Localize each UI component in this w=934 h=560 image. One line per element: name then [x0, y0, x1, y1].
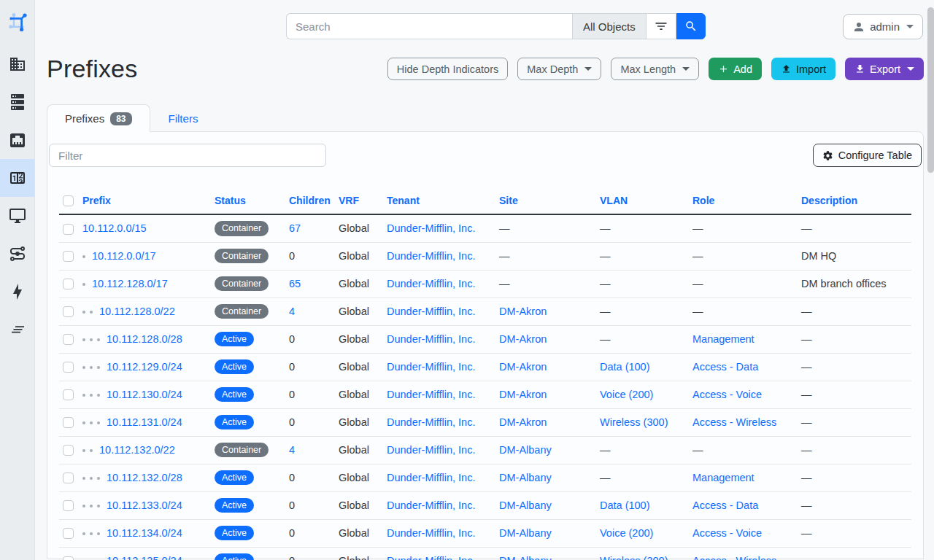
tab-filters[interactable]: Filters [150, 104, 217, 132]
role-link[interactable]: Access - Voice [692, 527, 762, 539]
role-link[interactable]: Access - Data [692, 499, 758, 511]
hide-depth-indicators-button[interactable]: Hide Depth Indicators [387, 58, 508, 80]
prefix-link[interactable]: 10.112.134.0/24 [107, 527, 182, 539]
tenant-link[interactable]: Dunder-Mifflin, Inc. [387, 222, 475, 234]
sort-link[interactable]: VLAN [600, 195, 628, 206]
tenant-link[interactable]: Dunder-Mifflin, Inc. [387, 333, 475, 345]
site-link[interactable]: DM-Albany [499, 555, 552, 560]
row-checkbox[interactable] [63, 500, 74, 511]
row-checkbox[interactable] [63, 389, 74, 400]
sidebar-item-customization[interactable] [0, 311, 34, 349]
tenant-link[interactable]: Dunder-Mifflin, Inc. [387, 555, 475, 560]
configure-table-button[interactable]: Configure Table [813, 144, 922, 167]
max-depth-dropdown[interactable]: Max Depth [517, 58, 601, 80]
site-link[interactable]: DM-Akron [499, 333, 547, 345]
children-count-link[interactable]: 65 [289, 278, 301, 289]
max-length-dropdown[interactable]: Max Length [611, 58, 699, 80]
row-checkbox[interactable] [63, 306, 74, 317]
sort-link[interactable]: Tenant [387, 195, 420, 206]
site-link[interactable]: DM-Albany [499, 472, 552, 483]
role-link[interactable]: Access - Data [692, 361, 758, 373]
vlan-link[interactable]: Wireless (300) [600, 416, 668, 428]
tenant-link[interactable]: Dunder-Mifflin, Inc. [387, 444, 475, 456]
prefix-link[interactable]: 10.112.130.0/24 [107, 389, 182, 400]
site-link[interactable]: DM-Albany [499, 527, 552, 539]
sidebar-item-circuits[interactable] [0, 235, 34, 273]
prefix-link[interactable]: 10.112.131.0/24 [107, 416, 182, 428]
children-count-link[interactable]: 4 [289, 306, 295, 317]
site-link[interactable]: DM-Akron [499, 416, 547, 428]
prefix-link[interactable]: 10.112.135.0/24 [107, 555, 182, 560]
children-count-link[interactable]: 4 [289, 444, 295, 456]
sidebar-item-virtualization[interactable] [0, 197, 34, 235]
vlan-link[interactable]: Data (100) [600, 361, 650, 373]
prefix-link[interactable]: 10.112.133.0/24 [107, 499, 182, 511]
sort-link[interactable]: Role [692, 195, 714, 206]
select-all-checkbox[interactable] [63, 195, 74, 206]
tenant-link[interactable]: Dunder-Mifflin, Inc. [387, 278, 475, 289]
sidebar-item-power[interactable] [0, 273, 34, 311]
search-submit-button[interactable] [676, 13, 706, 39]
add-button[interactable]: Add [709, 58, 762, 80]
import-button[interactable]: Import [771, 58, 835, 80]
row-checkbox[interactable] [63, 224, 74, 235]
vlan-link[interactable]: Voice (200) [600, 389, 653, 400]
sidebar-item-connections[interactable] [0, 121, 34, 159]
tenant-link[interactable]: Dunder-Mifflin, Inc. [387, 306, 475, 317]
global-search-input[interactable] [286, 13, 572, 39]
vlan-link[interactable]: Data (100) [600, 499, 650, 511]
site-link[interactable]: DM-Akron [499, 306, 547, 317]
prefix-link[interactable]: 10.112.132.0/22 [99, 444, 175, 456]
search-filter-button[interactable] [646, 13, 676, 39]
prefix-link[interactable]: 10.112.128.0/17 [92, 278, 168, 289]
netbox-logo[interactable] [0, 0, 34, 45]
object-type-button[interactable]: All Objects [572, 13, 646, 39]
role-link[interactable]: Management [692, 333, 754, 345]
prefix-link[interactable]: 10.112.132.0/28 [107, 472, 182, 483]
sidebar-item-organization[interactable] [0, 45, 34, 83]
vlan-link[interactable]: Wireless (300) [600, 555, 668, 560]
sort-link[interactable]: Prefix [82, 195, 111, 206]
row-checkbox[interactable] [63, 279, 74, 289]
vlan-link[interactable]: Voice (200) [600, 527, 653, 539]
tenant-link[interactable]: Dunder-Mifflin, Inc. [387, 527, 475, 539]
role-link[interactable]: Access - Voice [692, 389, 762, 400]
row-checkbox[interactable] [63, 417, 74, 428]
row-checkbox[interactable] [63, 472, 74, 483]
sort-link[interactable]: Status [215, 195, 246, 206]
table-filter-input[interactable] [49, 144, 326, 167]
role-link[interactable]: Access - Wireless [692, 555, 776, 560]
site-link[interactable]: DM-Akron [499, 389, 547, 400]
sort-link[interactable]: Children [289, 195, 331, 206]
row-checkbox[interactable] [63, 362, 74, 373]
prefix-link[interactable]: 10.112.128.0/28 [107, 333, 182, 345]
sort-link[interactable]: Site [499, 195, 518, 206]
row-checkbox[interactable] [63, 251, 74, 262]
site-link[interactable]: DM-Albany [499, 444, 552, 456]
row-checkbox[interactable] [63, 556, 74, 560]
sort-link[interactable]: VRF [339, 195, 359, 206]
site-link[interactable]: DM-Akron [499, 361, 547, 373]
role-link[interactable]: Access - Wireless [692, 416, 776, 428]
prefix-link[interactable]: 10.112.0.0/15 [82, 222, 147, 234]
tenant-link[interactable]: Dunder-Mifflin, Inc. [387, 416, 475, 428]
prefix-link[interactable]: 10.112.129.0/24 [107, 361, 182, 373]
tenant-link[interactable]: Dunder-Mifflin, Inc. [387, 389, 475, 400]
prefix-link[interactable]: 10.112.128.0/22 [99, 306, 175, 317]
sidebar-item-devices[interactable] [0, 83, 34, 121]
sort-link[interactable]: Description [801, 195, 857, 206]
tenant-link[interactable]: Dunder-Mifflin, Inc. [387, 250, 475, 262]
prefix-link[interactable]: 10.112.0.0/17 [92, 250, 156, 262]
sidebar-item-ipam[interactable] [0, 159, 34, 197]
export-dropdown[interactable]: Export [845, 58, 924, 80]
tenant-link[interactable]: Dunder-Mifflin, Inc. [387, 472, 475, 483]
tenant-link[interactable]: Dunder-Mifflin, Inc. [387, 361, 475, 373]
vertical-scrollbar[interactable] [927, 7, 934, 173]
children-count-link[interactable]: 67 [289, 222, 301, 234]
user-menu-button[interactable]: admin [843, 14, 923, 39]
tenant-link[interactable]: Dunder-Mifflin, Inc. [387, 499, 475, 511]
row-checkbox[interactable] [63, 445, 74, 456]
role-link[interactable]: Management [692, 472, 754, 483]
row-checkbox[interactable] [63, 528, 74, 539]
site-link[interactable]: DM-Albany [499, 499, 552, 511]
